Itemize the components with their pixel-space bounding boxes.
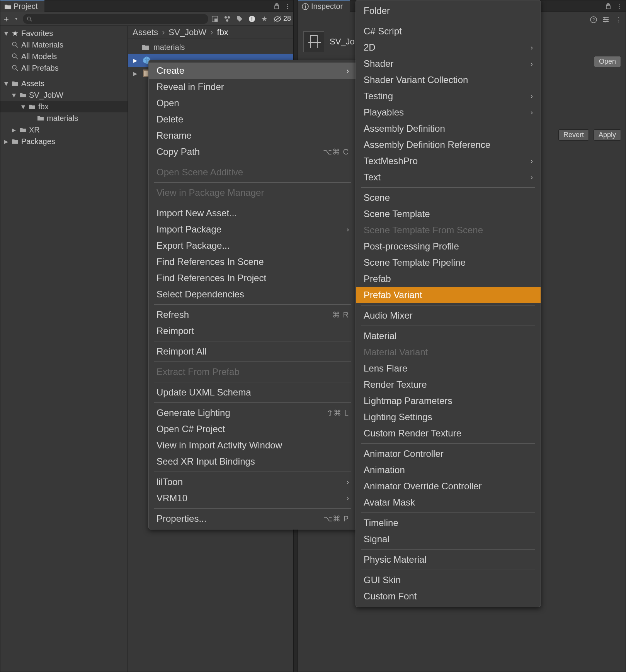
menu-item[interactable]: Animator Override Controller	[356, 478, 541, 494]
menu-item[interactable]: Material	[356, 328, 541, 344]
menu-item[interactable]: C# Script	[356, 23, 541, 39]
breadcrumb-item[interactable]: Assets	[133, 27, 158, 37]
menu-item[interactable]: 2D›	[356, 39, 541, 56]
menu-item[interactable]: Find References In Scene	[149, 254, 357, 270]
menu-item[interactable]: Prefab Variant	[356, 287, 541, 303]
menu-item[interactable]: Import New Asset...	[149, 205, 357, 221]
menu-item[interactable]: Timeline	[356, 515, 541, 531]
menu-item[interactable]: Folder	[356, 3, 541, 19]
list-item[interactable]: materials	[128, 41, 293, 54]
menu-item[interactable]: Testing›	[356, 88, 541, 104]
magnifier-icon	[11, 53, 19, 59]
svg-point-27	[604, 17, 606, 19]
lock-icon[interactable]	[273, 3, 280, 10]
menu-item[interactable]: Signal	[356, 531, 541, 547]
menu-item[interactable]: Lightmap Parameters	[356, 393, 541, 409]
menu-item[interactable]: Import Package›	[149, 221, 357, 238]
menu-item[interactable]: Copy Path⌥⌘ C	[149, 144, 357, 160]
assets-header[interactable]: ▾ Assets	[0, 78, 128, 89]
menu-item[interactable]: Assembly Definition Reference	[356, 137, 541, 153]
star-icon[interactable]: ★	[261, 15, 268, 22]
search-input[interactable]	[23, 14, 208, 24]
menu-item[interactable]: Animation	[356, 462, 541, 478]
menu-item[interactable]: Generate Lighting⇧⌘ L	[149, 405, 357, 421]
menu-item[interactable]: Reimport	[149, 323, 357, 339]
menu-item[interactable]: Find References In Project	[149, 270, 357, 286]
menu-item[interactable]: View in Import Activity Window	[149, 437, 357, 453]
tag-icon[interactable]	[236, 15, 243, 22]
warning-icon[interactable]	[248, 15, 255, 22]
menu-item[interactable]: Delete	[149, 111, 357, 127]
menu-item-label: Reimport All	[156, 346, 206, 357]
menu-item[interactable]: Reimport All	[149, 343, 357, 360]
favorite-item[interactable]: All Prefabs	[0, 62, 128, 74]
menu-item[interactable]: Custom Render Texture	[356, 425, 541, 441]
favorites-header[interactable]: ▾ ★ Favorites	[0, 27, 128, 39]
menu-item[interactable]: Avatar Mask	[356, 494, 541, 511]
lock-icon[interactable]	[605, 3, 612, 10]
folder-fbx[interactable]: ▾ fbx	[0, 101, 128, 112]
help-icon[interactable]: ?	[590, 16, 597, 23]
menu-item[interactable]: Lighting Settings	[356, 409, 541, 425]
menu-item[interactable]: Scene Template Pipeline	[356, 255, 541, 271]
menu-item[interactable]: Scene Template	[356, 206, 541, 222]
menu-item[interactable]: Render Texture	[356, 377, 541, 393]
menu-item[interactable]: Lens Flare	[356, 360, 541, 377]
kebab-icon[interactable]: ⋮	[615, 16, 622, 23]
menu-item[interactable]: TextMeshPro›	[356, 153, 541, 169]
menu-item[interactable]: Audio Mixer	[356, 307, 541, 324]
kebab-icon[interactable]: ⋮	[284, 3, 291, 10]
menu-item[interactable]: Shader Variant Collection	[356, 72, 541, 88]
apply-button[interactable]: Apply	[594, 129, 621, 141]
menu-item[interactable]: Physic Material	[356, 552, 541, 568]
menu-item[interactable]: lilToon›	[149, 474, 357, 490]
menu-item[interactable]: Update UXML Schema	[149, 384, 357, 400]
menu-item-label: Scene	[364, 192, 390, 203]
menu-item[interactable]: Select Dependencies	[149, 286, 357, 302]
menu-item-label: Lens Flare	[364, 363, 407, 374]
kebab-icon[interactable]: ⋮	[616, 3, 623, 10]
settings-icon[interactable]	[602, 16, 609, 23]
filter-type-icon[interactable]	[224, 15, 231, 22]
hidden-badge[interactable]: 28	[273, 15, 291, 23]
revert-button[interactable]: Revert	[558, 129, 589, 141]
menu-item[interactable]: GUI Skin	[356, 572, 541, 588]
inspector-tab[interactable]: Inspector	[298, 0, 350, 12]
menu-item[interactable]: Refresh⌘ R	[149, 307, 357, 323]
menu-item[interactable]: Rename	[149, 127, 357, 144]
menu-item[interactable]: Animator Controller	[356, 446, 541, 462]
search-field[interactable]	[34, 15, 204, 22]
breadcrumb-item[interactable]: SV_JobW	[168, 27, 206, 37]
folder-materials[interactable]: materials	[0, 112, 128, 124]
menu-item[interactable]: Seed XR Input Bindings	[149, 453, 357, 470]
menu-item[interactable]: Properties...⌥⌘ P	[149, 511, 357, 527]
menu-item[interactable]: Playables›	[356, 104, 541, 120]
menu-item[interactable]: Scene	[356, 190, 541, 206]
filter-scene-icon[interactable]	[211, 15, 218, 22]
menu-separator	[154, 182, 351, 183]
menu-item[interactable]: Prefab	[356, 271, 541, 287]
menu-item: Scene Template From Scene	[356, 222, 541, 238]
favorite-item[interactable]: All Materials	[0, 39, 128, 51]
menu-item[interactable]: Custom Font	[356, 588, 541, 604]
menu-item[interactable]: VRM10›	[149, 490, 357, 506]
menu-item[interactable]: Reveal in Finder	[149, 79, 357, 95]
menu-item[interactable]: Create›	[149, 63, 357, 79]
menu-item[interactable]: Post-processing Profile	[356, 238, 541, 255]
open-button[interactable]: Open	[594, 56, 621, 67]
menu-item[interactable]: Shader›	[356, 56, 541, 72]
folder-xr[interactable]: ▸ XR	[0, 124, 128, 136]
menu-item[interactable]: Open	[149, 95, 357, 111]
menu-item[interactable]: Open C# Project	[149, 421, 357, 437]
menu-item-label: Import New Asset...	[156, 208, 237, 219]
packages-header[interactable]: ▸ Packages	[0, 136, 128, 147]
menu-item[interactable]: Export Package...	[149, 238, 357, 254]
menu-item[interactable]: Assembly Definition	[356, 120, 541, 137]
favorite-item[interactable]: All Models	[0, 51, 128, 62]
add-dropdown-icon[interactable]: ▼	[13, 15, 20, 22]
menu-item[interactable]: Text›	[356, 169, 541, 185]
project-tab[interactable]: Project	[0, 0, 44, 12]
folder-svjobw[interactable]: ▾ SV_JobW	[0, 89, 128, 101]
breadcrumb-item[interactable]: fbx	[217, 27, 228, 37]
add-icon[interactable]: ＋	[3, 15, 10, 22]
